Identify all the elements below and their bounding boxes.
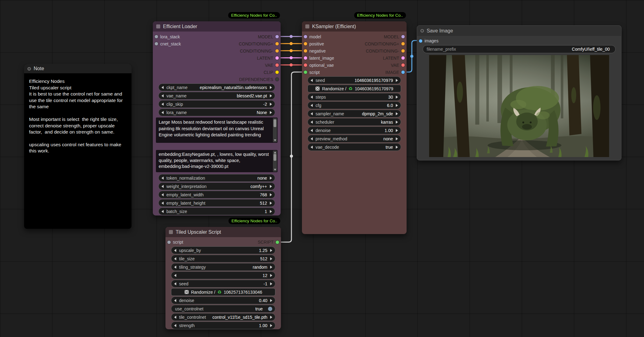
input-slot-cnet-stack[interactable]: cnet_stack xyxy=(155,41,181,46)
left-arrow-icon[interactable] xyxy=(311,129,313,132)
widget-sampler-name[interactable]: sampler_name dpmpp_2m_sde xyxy=(307,110,401,117)
input-slot-images[interactable]: images xyxy=(419,38,438,43)
randomize-seed-button[interactable]: Randomize / ♻ 1062571376133046 xyxy=(171,288,275,296)
input-dot-cnet-stack[interactable] xyxy=(155,42,158,45)
widget-preview-method[interactable]: preview_method none xyxy=(307,135,401,143)
input-dot-positive[interactable] xyxy=(304,42,307,45)
toggle-knob-icon[interactable] xyxy=(268,307,272,311)
left-arrow-icon[interactable] xyxy=(174,266,176,269)
widget-tile-size[interactable]: tile_size 512 xyxy=(171,255,275,262)
left-arrow-icon[interactable] xyxy=(161,185,164,188)
widget-vae-name[interactable]: vae_name blessed2.vae.pt xyxy=(158,92,275,100)
scrollbar-thumb[interactable] xyxy=(274,119,276,127)
scrollbar[interactable] xyxy=(273,151,277,172)
widget-seed[interactable]: seed -1 xyxy=(171,280,275,288)
scrollbar-thumb[interactable] xyxy=(274,154,276,161)
output-slot-conditioning-minus[interactable]: CONDITIONING- xyxy=(366,49,405,53)
widget-filename-prefix[interactable]: filename_prefix ComfyUI\eff_tile_00 xyxy=(423,45,616,53)
right-arrow-icon[interactable] xyxy=(270,324,272,327)
left-arrow-icon[interactable] xyxy=(161,111,164,114)
input-dot-script[interactable] xyxy=(167,241,171,244)
right-arrow-icon[interactable] xyxy=(270,282,272,285)
input-slot-optional-vae[interactable]: optional_vae xyxy=(304,63,334,68)
widget-upscale-by[interactable]: upscale_by 1.25 xyxy=(171,246,275,254)
output-dot-model[interactable] xyxy=(275,35,279,38)
output-dot-image[interactable] xyxy=(401,70,405,74)
right-arrow-icon[interactable] xyxy=(270,86,272,89)
input-slot-script[interactable]: script xyxy=(304,70,320,75)
right-arrow-icon[interactable] xyxy=(270,257,272,260)
right-arrow-icon[interactable] xyxy=(270,316,272,319)
input-dot-optional-vae[interactable] xyxy=(304,63,307,67)
widget-tiling-strategy[interactable]: tiling_strategy random xyxy=(171,263,275,271)
input-slot-positive[interactable]: positive xyxy=(304,41,324,46)
widget-ckpt-name[interactable]: ckpt_name epicrealism_naturalSin.safeten… xyxy=(158,83,275,91)
widget-token-normalization[interactable]: token_normalization none xyxy=(158,174,275,182)
output-dot-dependencies[interactable] xyxy=(275,78,279,81)
output-slot-image[interactable]: IMAGE xyxy=(385,70,405,75)
right-arrow-icon[interactable] xyxy=(396,104,398,107)
right-arrow-icon[interactable] xyxy=(270,210,272,213)
positive-prompt-textarea[interactable]: Large Moss beast redwood forest landscap… xyxy=(156,117,278,143)
scrollbar[interactable] xyxy=(273,118,277,142)
output-slot-vae[interactable]: VAE xyxy=(391,63,405,68)
randomize-seed-button[interactable]: Randomize / ♻ 1046036195170979 xyxy=(307,85,401,92)
output-slot-conditioning-minus[interactable]: CONDITIONING- xyxy=(240,49,279,53)
node-box-icon[interactable] xyxy=(169,230,173,234)
node-box-icon[interactable] xyxy=(305,24,309,28)
left-arrow-icon[interactable] xyxy=(311,146,313,149)
widget-use-controlnet[interactable]: use_controlnet true xyxy=(171,305,275,313)
input-dot-images[interactable] xyxy=(419,39,422,43)
left-arrow-icon[interactable] xyxy=(161,177,164,180)
right-arrow-icon[interactable] xyxy=(270,202,272,205)
right-arrow-icon[interactable] xyxy=(270,94,272,97)
negative-prompt-textarea[interactable]: embedding:EasyNegative.pt, , lowres, low… xyxy=(156,150,278,172)
left-arrow-icon[interactable] xyxy=(161,103,164,106)
input-slot-script[interactable]: script xyxy=(167,240,183,245)
note-titlebar[interactable]: Note xyxy=(24,64,132,73)
widget-scheduler[interactable]: scheduler karras xyxy=(307,118,401,126)
input-dot-negative[interactable] xyxy=(304,49,307,53)
right-arrow-icon[interactable] xyxy=(396,112,398,115)
left-arrow-icon[interactable] xyxy=(161,86,164,89)
left-arrow-icon[interactable] xyxy=(161,202,164,205)
collapse-dot-icon[interactable] xyxy=(420,29,424,32)
right-arrow-icon[interactable] xyxy=(396,137,398,140)
output-dot-latent[interactable] xyxy=(275,56,279,60)
left-arrow-icon[interactable] xyxy=(311,112,313,115)
right-arrow-icon[interactable] xyxy=(270,249,272,252)
right-arrow-icon[interactable] xyxy=(396,79,398,82)
ksampler-node[interactable]: Efficiency Nodes for Co.. KSampler (Effi… xyxy=(302,21,407,234)
widget-denoise[interactable]: denoise 1.00 xyxy=(307,126,401,134)
left-arrow-icon[interactable] xyxy=(161,210,164,213)
widget-cfg[interactable]: cfg 6.0 xyxy=(307,101,401,109)
input-dot-model[interactable] xyxy=(304,35,307,38)
ksampler-titlebar[interactable]: KSampler (Efficient) xyxy=(302,21,407,32)
output-slot-dependencies[interactable]: DEPENDENCIES xyxy=(239,77,279,82)
widget-denoise[interactable]: denoise 0.40 xyxy=(171,296,275,304)
input-dot-script[interactable] xyxy=(304,70,307,74)
output-slot-latent[interactable]: LATENT xyxy=(257,56,279,61)
left-arrow-icon[interactable] xyxy=(174,299,176,302)
right-arrow-icon[interactable] xyxy=(270,274,272,277)
output-slot-vae[interactable]: VAE xyxy=(265,63,279,68)
widget-batch-size[interactable]: batch_size 1 xyxy=(158,207,275,215)
right-arrow-icon[interactable] xyxy=(270,185,272,188)
widget-tile-controlnet[interactable]: tile_controlnet control_v11f1e_sd15_tile… xyxy=(171,313,275,321)
left-arrow-icon[interactable] xyxy=(174,274,176,277)
node-box-icon[interactable] xyxy=(156,24,160,28)
left-arrow-icon[interactable] xyxy=(311,104,313,107)
widget-empty-latent-height[interactable]: empty_latent_height 512 xyxy=(158,199,275,207)
widget-clip-skip[interactable]: clip_skip -2 xyxy=(158,100,275,108)
widget-tiling-steps[interactable]: 12 xyxy=(171,271,275,279)
left-arrow-icon[interactable] xyxy=(174,282,176,285)
output-dot-conditioning-minus[interactable] xyxy=(401,49,405,53)
output-slot-conditioning-plus[interactable]: CONDITIONING+ xyxy=(239,41,279,46)
input-dot-latent-image[interactable] xyxy=(304,56,307,60)
output-dot-vae[interactable] xyxy=(275,63,279,67)
tiled-upscaler-node[interactable]: Efficiency Nodes for Co.. Tiled Upscaler… xyxy=(165,227,281,329)
widget-empty-latent-width[interactable]: empty_latent_width 768 xyxy=(158,191,275,198)
save-image-titlebar[interactable]: Save Image xyxy=(417,26,621,36)
left-arrow-icon[interactable] xyxy=(311,121,313,124)
tiled-upscaler-titlebar[interactable]: Tiled Upscaler Script xyxy=(165,227,281,237)
